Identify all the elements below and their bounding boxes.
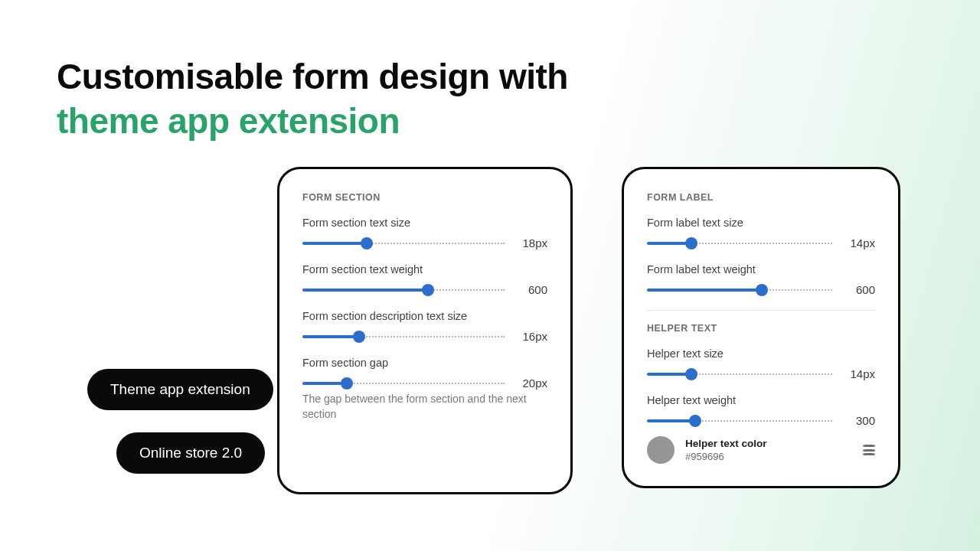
page-headline: Customisable form design with theme app … (57, 55, 568, 143)
headline-line1: Customisable form design with (57, 57, 568, 96)
control-form-label-text-weight: Form label text weight 600 (647, 263, 875, 296)
pill-theme-app-extension: Theme app extension (87, 369, 273, 410)
panel-form-section: FORM SECTION Form section text size 18px… (277, 167, 573, 494)
label-form-label-text-size: Form label text size (647, 217, 875, 229)
slider-thumb[interactable] (756, 284, 768, 296)
control-form-section-desc-size: Form section description text size 16px (302, 310, 547, 343)
slider-thumb[interactable] (361, 237, 373, 249)
slider-thumb[interactable] (422, 284, 434, 296)
form-label-heading: FORM LABEL (647, 192, 875, 203)
slider-thumb[interactable] (689, 415, 701, 427)
value-form-label-text-size: 14px (843, 236, 875, 249)
control-form-section-text-size: Form section text size 18px (302, 217, 547, 249)
slider-thumb[interactable] (341, 377, 353, 390)
section-divider (647, 310, 875, 311)
slider-form-label-text-size[interactable] (647, 238, 832, 249)
label-form-section-gap: Form section gap (302, 357, 547, 369)
value-helper-text-size: 14px (843, 367, 875, 380)
slider-form-section-desc-size[interactable] (302, 331, 505, 342)
slider-thumb[interactable] (353, 331, 365, 343)
label-form-section-desc-size: Form section description text size (302, 310, 547, 322)
value-form-section-gap: 20px (515, 377, 547, 390)
slider-form-section-text-weight[interactable] (302, 285, 505, 295)
value-form-section-desc-size: 16px (515, 330, 547, 343)
form-section-heading: FORM SECTION (302, 192, 547, 203)
slider-thumb[interactable] (685, 237, 697, 249)
headline-line2: theme app extension (57, 101, 400, 141)
color-info: Helper text color #959696 (685, 438, 852, 462)
pill-online-store-2: Online store 2.0 (116, 432, 265, 474)
help-form-section-gap: The gap between the form section and the… (302, 391, 547, 422)
value-form-label-text-weight: 600 (843, 283, 875, 296)
label-form-section-text-size: Form section text size (302, 217, 547, 229)
label-helper-text-weight: Helper text weight (647, 394, 875, 406)
label-form-section-text-weight: Form section text weight (302, 263, 547, 276)
helper-text-heading: HELPER TEXT (647, 323, 875, 334)
control-form-section-gap: Form section gap 20px (302, 357, 547, 390)
database-icon[interactable] (863, 445, 875, 455)
control-form-section-text-weight: Form section text weight 600 (302, 263, 547, 296)
value-form-section-text-size: 18px (515, 236, 547, 249)
label-form-label-text-weight: Form label text weight (647, 263, 875, 276)
control-helper-text-size: Helper text size 14px (647, 347, 875, 380)
slider-form-label-text-weight[interactable] (647, 285, 832, 295)
slider-form-section-text-size[interactable] (302, 238, 505, 249)
slider-thumb[interactable] (685, 368, 697, 380)
panel-form-label-helper: FORM LABEL Form label text size 14px For… (622, 167, 900, 488)
control-form-label-text-size: Form label text size 14px (647, 217, 875, 249)
color-title: Helper text color (685, 438, 852, 451)
label-helper-text-size: Helper text size (647, 347, 875, 360)
value-helper-text-weight: 300 (843, 414, 875, 427)
color-hex: #959696 (685, 451, 852, 462)
control-helper-text-weight: Helper text weight 300 (647, 394, 875, 427)
slider-helper-text-size[interactable] (647, 369, 832, 380)
value-form-section-text-weight: 600 (515, 283, 547, 296)
color-swatch[interactable] (647, 436, 675, 464)
slider-form-section-gap[interactable] (302, 378, 505, 389)
control-helper-text-color[interactable]: Helper text color #959696 (647, 436, 875, 464)
slider-helper-text-weight[interactable] (647, 416, 832, 426)
